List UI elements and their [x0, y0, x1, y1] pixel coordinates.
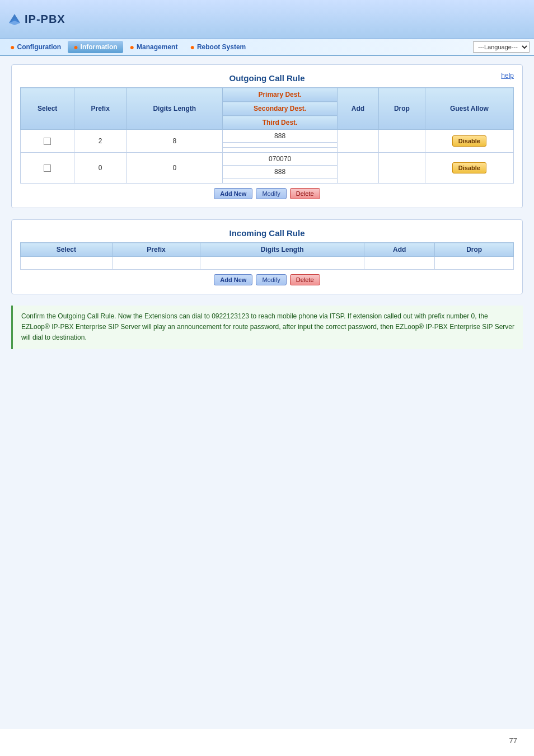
- outgoing-row2-add: [337, 153, 378, 184]
- nav-info-label: Information: [81, 43, 118, 51]
- outgoing-action-row: Add New Modify Delete: [20, 188, 514, 199]
- incoming-empty-4: [364, 257, 435, 270]
- incoming-empty-1: [21, 257, 113, 270]
- nav-config-label: Configuration: [17, 43, 61, 51]
- outgoing-row2-drop: [379, 153, 425, 184]
- outgoing-call-rule-panel: Outgoing Call Rule help Select Prefix Di…: [11, 64, 523, 208]
- outgoing-row1-guest[interactable]: Disable: [425, 130, 513, 153]
- outgoing-row2-select[interactable]: [21, 153, 74, 184]
- row1-primary-val: 888: [274, 132, 285, 140]
- outgoing-modify-btn[interactable]: Modify: [256, 188, 286, 199]
- nav-information[interactable]: ● Information: [68, 41, 123, 53]
- incoming-modify-btn[interactable]: Modify: [256, 274, 286, 285]
- th-guest-allow: Guest Allow: [425, 88, 513, 130]
- page-number: 77: [509, 736, 517, 745]
- row2-secondary-val: 888: [274, 168, 285, 176]
- th-incoming-add: Add: [364, 243, 435, 257]
- nav-reboot-bullet: ●: [190, 43, 194, 51]
- incoming-empty-3: [200, 257, 364, 270]
- incoming-empty-row: [21, 257, 514, 270]
- incoming-table-header-row: Select Prefix Digits Length Add Drop: [21, 243, 514, 257]
- outgoing-row2-third: [223, 179, 337, 184]
- outgoing-row2-prefix: 0: [74, 153, 127, 184]
- th-digits-length: Digits Length: [127, 88, 223, 130]
- nav-management[interactable]: ● Management: [124, 41, 184, 53]
- outgoing-row1-add: [337, 130, 378, 153]
- nav-mgmt-bullet: ●: [130, 43, 134, 51]
- row2-prefix-val: 0: [99, 164, 102, 172]
- incoming-empty-2: [112, 257, 200, 270]
- outgoing-row2-disable-btn[interactable]: Disable: [452, 162, 486, 173]
- outgoing-row1-primary: 888: [223, 130, 337, 143]
- incoming-action-row: Add New Modify Delete: [20, 274, 514, 285]
- incoming-delete-btn[interactable]: Delete: [290, 274, 320, 285]
- outgoing-row2-guest[interactable]: Disable: [425, 153, 513, 184]
- th-incoming-digits: Digits Length: [200, 243, 364, 257]
- outgoing-delete-btn[interactable]: Delete: [290, 188, 320, 199]
- th-incoming-prefix: Prefix: [112, 243, 200, 257]
- incoming-rule-title: Incoming Call Rule: [20, 228, 514, 238]
- th-secondary-dest: Secondary Dest.: [223, 102, 337, 116]
- th-third-dest: Third Dest.: [223, 116, 337, 130]
- outgoing-row2-digits: 0: [127, 153, 223, 184]
- row2-primary-val: 070070: [269, 155, 291, 163]
- outgoing-row1-digits: 8: [127, 130, 223, 153]
- checkbox-row2[interactable]: [44, 165, 51, 172]
- th-incoming-select: Select: [21, 243, 113, 257]
- outgoing-row2-secondary: 888: [223, 166, 337, 179]
- th-prefix: Prefix: [74, 88, 127, 130]
- row2-digits-val: 0: [172, 164, 176, 172]
- logo-text: IP-PBX: [25, 13, 65, 26]
- outgoing-row1-prefix: 2: [74, 130, 127, 153]
- outgoing-row1-third: [223, 148, 337, 153]
- nav-bar: ● Configuration ● Information ● Manageme…: [0, 39, 534, 56]
- outgoing-add-new-btn[interactable]: Add New: [214, 188, 252, 199]
- incoming-rule-table: Select Prefix Digits Length Add Drop: [20, 242, 514, 270]
- nav-info-bullet: ●: [73, 43, 78, 51]
- language-select[interactable]: ---Language---: [473, 41, 530, 53]
- incoming-empty-5: [435, 257, 514, 270]
- outgoing-row2-primary: 070070: [223, 153, 337, 166]
- nav-reboot[interactable]: ● Reboot System: [184, 41, 251, 53]
- nav-mgmt-label: Management: [137, 43, 177, 51]
- row1-prefix-val: 2: [99, 137, 102, 145]
- outgoing-rule-title: Outgoing Call Rule: [20, 73, 514, 83]
- outgoing-rule-table: Select Prefix Digits Length Primary Dest…: [20, 87, 514, 184]
- th-incoming-drop: Drop: [435, 243, 514, 257]
- help-link[interactable]: help: [501, 72, 514, 79]
- th-select: Select: [21, 88, 74, 130]
- logo-icon: [7, 12, 22, 27]
- th-primary-dest: Primary Dest.: [223, 88, 337, 102]
- incoming-call-rule-panel: Incoming Call Rule Select Prefix Digits …: [11, 219, 523, 294]
- outgoing-row1-disable-btn[interactable]: Disable: [452, 135, 486, 147]
- row1-digits-val: 8: [172, 137, 176, 145]
- outgoing-row1-select[interactable]: [21, 130, 74, 153]
- outgoing-row1-drop: [379, 130, 425, 153]
- header-area: IP-PBX: [0, 0, 534, 39]
- incoming-add-new-btn[interactable]: Add New: [214, 274, 252, 285]
- outgoing-row-2: 0 0 070070 Disable: [21, 153, 514, 166]
- th-drop: Drop: [379, 88, 425, 130]
- checkbox-row1[interactable]: [44, 138, 51, 145]
- svg-marker-1: [9, 18, 20, 25]
- outgoing-row1-secondary: [223, 143, 337, 148]
- nav-configuration[interactable]: ● Configuration: [4, 41, 67, 53]
- outgoing-table-header-row: Select Prefix Digits Length Primary Dest…: [21, 88, 514, 102]
- outgoing-row-1: 2 8 888 Disable: [21, 130, 514, 143]
- nav-reboot-label: Reboot System: [197, 43, 246, 51]
- description-text: Confirm the Outgoing Call Rule. Now the …: [11, 306, 523, 349]
- th-add: Add: [337, 88, 378, 130]
- logo: IP-PBX: [7, 12, 65, 27]
- nav-config-bullet: ●: [10, 43, 15, 51]
- main-content: Outgoing Call Rule help Select Prefix Di…: [0, 56, 534, 729]
